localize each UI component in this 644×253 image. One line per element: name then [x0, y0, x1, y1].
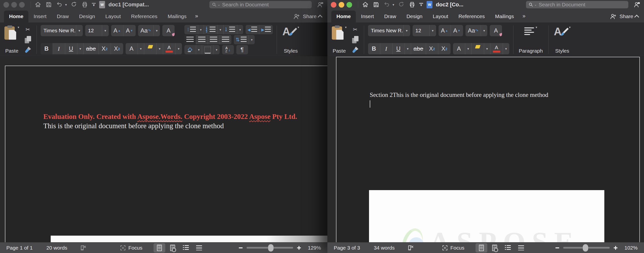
tab-insert[interactable]: Insert — [28, 10, 52, 22]
highlight-caret[interactable]: ▾ — [484, 43, 490, 54]
search-scope-caret[interactable]: ⌄ — [534, 3, 537, 6]
outline-view-button[interactable] — [502, 243, 514, 253]
traffic-lights[interactable] — [4, 2, 25, 7]
search-input[interactable] — [222, 2, 309, 7]
bold-button[interactable]: B — [41, 43, 53, 54]
change-case-caret[interactable]: ▾ — [481, 25, 487, 36]
decrease-indent-button[interactable]: ◀ — [246, 25, 259, 34]
close-button[interactable] — [331, 2, 336, 7]
increase-indent-button[interactable]: ▶ — [259, 25, 273, 34]
font-color-caret[interactable]: ▾ — [503, 43, 509, 54]
superscript-button[interactable]: X2 — [111, 43, 123, 54]
traffic-lights[interactable] — [331, 2, 352, 7]
search-scope-caret[interactable]: ⌄ — [218, 3, 220, 6]
cut-icon[interactable]: ✂ — [23, 25, 32, 34]
tabs-overflow-chevron[interactable]: » — [192, 10, 202, 22]
tab-mailings[interactable]: Mailings — [490, 10, 519, 22]
zoom-in-button[interactable] — [614, 246, 618, 250]
font-name-select[interactable]: Times New R...▾ — [41, 25, 83, 36]
tabs-overflow-chevron[interactable]: » — [519, 10, 529, 22]
tab-layout[interactable]: Layout — [428, 10, 453, 22]
zoom-slider[interactable] — [246, 247, 293, 249]
undo-dropdown-caret[interactable]: ▾ — [392, 3, 394, 6]
tab-design[interactable]: Design — [74, 10, 100, 22]
underline-caret[interactable]: ▾ — [405, 43, 411, 54]
line-spacing-caret[interactable]: ▾ — [249, 35, 255, 44]
italic-button[interactable]: I — [53, 43, 65, 54]
borders-caret[interactable]: ▾ — [214, 45, 220, 54]
underline-button[interactable]: U — [65, 43, 78, 54]
tab-references[interactable]: References — [453, 10, 490, 22]
format-painter-icon[interactable] — [23, 45, 32, 54]
zoom-in-button[interactable] — [297, 246, 301, 250]
zoom-slider[interactable] — [563, 247, 610, 249]
shading-bucket-icon[interactable] — [184, 45, 196, 54]
zoom-window-button[interactable] — [346, 2, 352, 7]
minimize-button[interactable] — [339, 2, 344, 7]
collapse-ribbon-icon[interactable] — [634, 15, 639, 19]
zoom-percent-label[interactable]: 102% — [622, 245, 638, 251]
bullet-list-caret[interactable]: ▾ — [198, 25, 204, 34]
superscript-button[interactable]: X2 — [438, 43, 450, 54]
document-canvas[interactable]: Section 2This is the original document b… — [328, 56, 644, 242]
tab-home[interactable]: Home — [4, 10, 28, 22]
zoom-out-button[interactable] — [239, 247, 243, 248]
word-count-label[interactable]: 20 words — [46, 245, 67, 251]
zoom-slider-knob[interactable] — [268, 244, 274, 252]
zoom-percent-label[interactable]: 129% — [305, 245, 321, 251]
strikethrough-button[interactable]: abe — [84, 43, 99, 54]
paragraph-menu-button[interactable]: ▾ Paragraph — [518, 25, 544, 54]
clear-formatting-button[interactable]: A — [162, 25, 174, 36]
proofing-status-icon[interactable] — [408, 245, 414, 251]
sort-button[interactable]: AZ↓ — [222, 45, 234, 54]
multilevel-list-button[interactable]: 1a — [224, 25, 237, 34]
print-layout-view-button[interactable] — [154, 243, 165, 253]
change-case-button[interactable]: Aa — [466, 25, 481, 36]
undo-icon[interactable] — [56, 1, 63, 8]
numbered-list-caret[interactable]: ▾ — [218, 25, 224, 34]
grow-font-button[interactable]: A — [438, 25, 451, 36]
tab-insert[interactable]: Insert — [356, 10, 379, 22]
format-painter-icon[interactable] — [351, 45, 360, 54]
change-case-caret[interactable]: ▾ — [154, 25, 160, 36]
highlight-button[interactable] — [144, 43, 157, 54]
home-icon[interactable] — [362, 1, 369, 8]
align-left-button[interactable] — [184, 35, 196, 44]
styles-button[interactable]: A ▾ Styles — [552, 25, 572, 54]
redo-icon[interactable] — [70, 1, 78, 8]
search-box[interactable]: ⌄ — [209, 1, 312, 8]
document-canvas[interactable]: Evaluation Only. Created with Aspose.Wor… — [0, 56, 328, 242]
tab-layout[interactable]: Layout — [100, 10, 126, 22]
clear-formatting-button[interactable]: A — [490, 25, 502, 36]
subscript-button[interactable]: X2 — [99, 43, 111, 54]
contact-presence-icon[interactable] — [633, 1, 640, 8]
line-spacing-button[interactable]: ⇅ — [234, 35, 249, 44]
copy-icon[interactable] — [351, 35, 360, 44]
bullet-list-button[interactable]: ⋮ — [184, 25, 198, 34]
cut-icon[interactable]: ✂ — [351, 25, 360, 34]
grow-font-button[interactable]: A — [111, 25, 124, 36]
font-name-select[interactable]: Times New R...▾ — [368, 25, 410, 36]
align-center-button[interactable] — [196, 35, 208, 44]
shrink-font-button[interactable]: A — [451, 25, 463, 36]
text-effects-caret[interactable]: ▾ — [465, 43, 472, 54]
search-input[interactable] — [539, 2, 626, 7]
tab-home[interactable]: Home — [331, 10, 356, 22]
tab-design[interactable]: Design — [401, 10, 428, 22]
justify-button[interactable] — [220, 35, 232, 44]
borders-button[interactable] — [202, 45, 214, 54]
print-icon[interactable] — [81, 1, 88, 8]
share-button[interactable]: Share — [620, 13, 633, 19]
zoom-out-button[interactable] — [555, 247, 559, 248]
styles-button[interactable]: A ▾ Styles — [281, 25, 301, 54]
minimize-button[interactable] — [11, 2, 17, 7]
home-icon[interactable] — [34, 1, 42, 8]
underline-button[interactable]: U — [392, 43, 405, 54]
page-count-label[interactable]: Page 3 of 3 — [334, 245, 360, 251]
highlight-caret[interactable]: ▾ — [157, 43, 163, 54]
text-effects-button[interactable]: A — [453, 43, 465, 54]
save-icon[interactable] — [372, 1, 380, 8]
toolbar-overflow-icon[interactable]: ▾ — [92, 3, 96, 6]
strikethrough-button[interactable]: abe — [411, 43, 426, 54]
underline-caret[interactable]: ▾ — [78, 43, 84, 54]
